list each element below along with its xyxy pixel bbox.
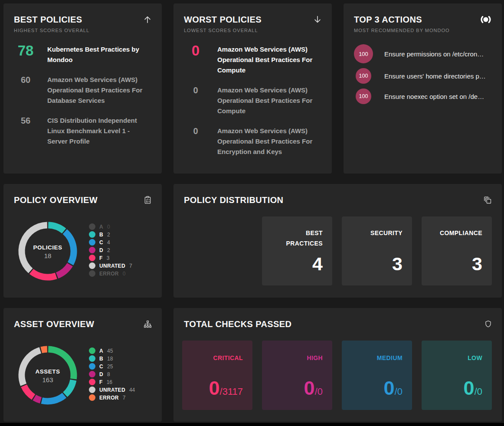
distribution-tile-best-practices[interactable]: BEST PRACTICES4 xyxy=(262,216,332,285)
worst-policies-title: WORST POLICIES xyxy=(184,14,321,25)
tile-label: MEDIUM xyxy=(377,354,403,361)
donut-center-label: POLICIES xyxy=(33,244,62,251)
action-item[interactable]: 100Ensure users' home directories p… xyxy=(354,68,491,84)
total-checks-title: TOTAL CHECKS PASSED xyxy=(184,318,491,330)
legend-value: 0 xyxy=(123,271,126,277)
worst-policy-item[interactable]: 0Amazon Web Services (AWS) Operational B… xyxy=(184,85,321,116)
legend-item-error[interactable]: ERROR0 xyxy=(89,270,132,277)
asset-overview-title: ASSET OVERVIEW xyxy=(14,318,151,330)
legend-dot xyxy=(89,387,95,393)
passed-count: 0 xyxy=(384,378,395,398)
legend-value: 25 xyxy=(107,364,113,370)
action-item[interactable]: 100Ensure noexec option set on /de… xyxy=(354,88,491,104)
action-name: Ensure permissions on /etc/cron… xyxy=(384,50,484,58)
top-actions-card: TOP 3 ACTIONS MOST RECOMMENDED BY MONDOO… xyxy=(344,3,502,174)
asset-overview-card: ASSET OVERVIEW ASSETS163 A45B18C25D8F16U… xyxy=(3,308,162,422)
legend-item-c[interactable]: C25 xyxy=(89,363,135,370)
best-policy-item[interactable]: 60Amazon Web Services (AWS) Operational … xyxy=(14,75,151,106)
total-count: /0 xyxy=(395,386,403,397)
donut-segment-c[interactable] xyxy=(42,395,64,401)
legend-item-b[interactable]: B2 xyxy=(89,231,132,238)
total-checks-tiles: CRITICAL0/3117HIGH0/0MEDIUM0/0LOW0/0 xyxy=(182,341,492,410)
legend-value: 2 xyxy=(107,247,110,253)
legend-dot xyxy=(89,239,95,246)
policy-name: Amazon Web Services (AWS) Operational Be… xyxy=(47,75,151,106)
legend-label: C xyxy=(99,239,103,246)
legend-item-b[interactable]: B18 xyxy=(89,355,135,362)
legend-label: A xyxy=(99,224,103,230)
action-item[interactable]: 100Ensure permissions on /etc/cron… xyxy=(354,44,491,63)
checks-tile-critical[interactable]: CRITICAL0/3117 xyxy=(182,341,252,410)
legend-item-d[interactable]: D2 xyxy=(89,247,132,253)
action-name: Ensure noexec option set on /de… xyxy=(384,93,484,100)
donut-segment-f[interactable] xyxy=(31,272,56,277)
policy-score: 0 xyxy=(184,126,207,136)
best-policy-item[interactable]: 56CIS Distribution Independent Linux Ben… xyxy=(14,115,151,147)
policy-name: Amazon Web Services (AWS) Operational Be… xyxy=(217,85,321,116)
legend-dot xyxy=(89,394,95,401)
donut-segment-error[interactable] xyxy=(41,349,47,350)
tile-label: HIGH xyxy=(307,354,323,361)
legend-dot xyxy=(89,363,95,370)
worst-policy-item[interactable]: 0Amazon Web Services (AWS) Operational B… xyxy=(184,126,321,157)
checks-tile-high[interactable]: HIGH0/0 xyxy=(262,341,332,410)
worst-policies-subtitle: LOWEST SCORES OVERALL xyxy=(184,28,321,33)
donut-segment-b[interactable] xyxy=(65,380,73,395)
legend-label: A xyxy=(99,348,103,354)
legend-dot xyxy=(89,270,95,277)
policy-name: Kubernetes Best Practices by Mondoo xyxy=(47,44,151,65)
donut-segment-unrated[interactable] xyxy=(22,351,40,385)
legend-dot xyxy=(89,355,95,362)
legend-item-d[interactable]: D8 xyxy=(89,371,135,377)
legend-label: C xyxy=(99,364,103,370)
policy-name: Amazon Web Services (AWS) Operational Be… xyxy=(217,44,321,75)
checks-tile-medium[interactable]: MEDIUM0/0 xyxy=(342,341,412,410)
legend-label: ERROR xyxy=(99,395,119,401)
legend-value: 0 xyxy=(107,224,110,230)
action-name: Ensure users' home directories p… xyxy=(384,72,486,80)
action-score-badge: 100 xyxy=(354,68,373,84)
legend-value: 18 xyxy=(107,356,113,362)
best-policy-item[interactable]: 78Kubernetes Best Practices by Mondoo xyxy=(14,44,151,65)
clipboard-checklist-icon xyxy=(139,195,152,205)
donut-segment-f[interactable] xyxy=(24,386,33,397)
legend-dot xyxy=(89,262,95,269)
legend-item-f[interactable]: F16 xyxy=(89,379,135,385)
actions-icon xyxy=(479,15,492,24)
policy-distribution-card: POLICY DISTRIBUTION BEST PRACTICES4SECUR… xyxy=(173,184,502,298)
legend-item-f[interactable]: F3 xyxy=(89,255,132,261)
legend-dot xyxy=(89,379,95,385)
legend-item-error[interactable]: ERROR7 xyxy=(89,394,135,401)
legend-item-unrated[interactable]: UNRATED44 xyxy=(89,387,135,393)
donut-segment-c[interactable] xyxy=(65,232,74,264)
total-count: /3117 xyxy=(220,386,243,397)
legend-value: 2 xyxy=(107,232,110,238)
legend-dot xyxy=(89,371,95,377)
policy-score: 0 xyxy=(184,44,207,57)
tile-label: SECURITY xyxy=(370,228,403,238)
donut-segment-b[interactable] xyxy=(48,225,64,231)
legend-value: 3 xyxy=(107,255,110,261)
policy-score: 78 xyxy=(14,44,37,57)
worst-policy-item[interactable]: 0Amazon Web Services (AWS) Operational B… xyxy=(184,44,321,75)
legend-item-unrated[interactable]: UNRATED7 xyxy=(89,262,132,269)
badge-value: 100 xyxy=(356,68,371,84)
legend-label: F xyxy=(99,379,103,385)
legend-item-a[interactable]: A0 xyxy=(89,223,132,230)
legend-value: 45 xyxy=(107,348,113,354)
donut-segment-d[interactable] xyxy=(57,265,70,275)
tile-label: LOW xyxy=(468,354,482,361)
best-policies-list: 78Kubernetes Best Practices by Mondoo60A… xyxy=(14,44,151,147)
hierarchy-icon xyxy=(139,319,152,329)
shield-icon xyxy=(479,319,492,329)
legend-item-a[interactable]: A45 xyxy=(89,347,135,354)
distribution-tile-security[interactable]: SECURITY3 xyxy=(342,216,412,285)
arrow-up-icon xyxy=(139,15,152,24)
legend-dot xyxy=(89,247,95,253)
donut-segment-d[interactable] xyxy=(34,398,41,400)
arrow-down-icon xyxy=(309,15,322,24)
legend-item-c[interactable]: C4 xyxy=(89,239,132,246)
checks-tile-low[interactable]: LOW0/0 xyxy=(422,341,492,410)
distribution-tile-compliance[interactable]: COMPLIANCE3 xyxy=(422,216,492,285)
action-score-badge: 100 xyxy=(354,88,373,104)
